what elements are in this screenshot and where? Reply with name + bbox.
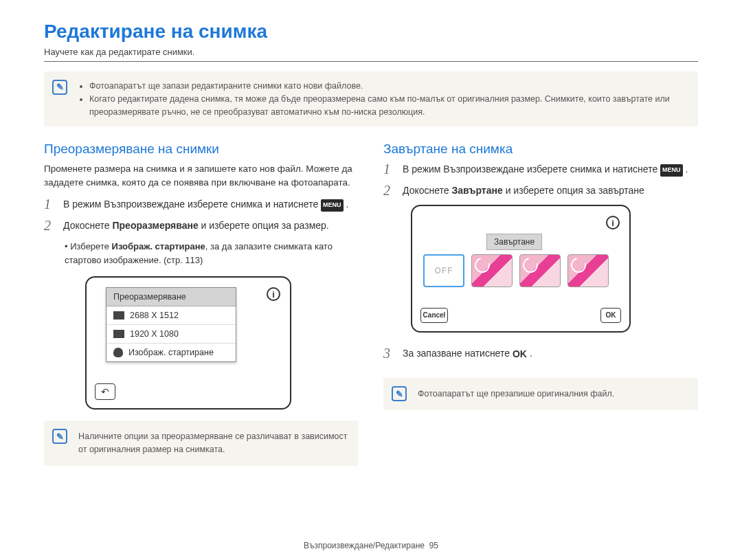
rotate-note-box: ✎ Фотоапаратът ще презапише оригиналния …	[383, 378, 698, 410]
resize-dropdown: Преоразмеряване 2688 X 1512 1920 X 1080 …	[106, 287, 236, 362]
resolution-icon	[113, 330, 124, 338]
rotate-step-1: 1 В режим Възпроизвеждане изберете снимк…	[383, 162, 698, 177]
rotate-step-2: 2 Докоснете Завъртане и изберете опция з…	[383, 183, 698, 198]
title-divider	[44, 61, 698, 62]
info-icon: ✎	[52, 429, 67, 444]
resize-intro: Променете размера на снимка и я запишете…	[44, 162, 359, 189]
step-text: Докоснете	[63, 220, 112, 231]
info-circle-icon[interactable]: i	[606, 216, 620, 229]
rotate-device-mock: i Завъртане OFF Cancel OK	[411, 205, 631, 333]
step-number: 1	[383, 162, 396, 177]
top-note-item: Когато редактирате дадена снимка, тя мож…	[89, 93, 687, 119]
step-text: .	[346, 199, 348, 210]
resize-note-text: Наличните опции за преоразмеряване се ра…	[78, 432, 347, 454]
rotate-heading: Завъртане на снимка	[383, 142, 698, 157]
step-text: и изберете опция за размер.	[201, 220, 329, 231]
rotate-thumb-row: OFF	[423, 254, 609, 287]
resize-device-mock: i Преоразмеряване 2688 X 1512 1920 X 108…	[85, 276, 291, 410]
resize-step-1: 1 В режим Възпроизвеждане изберете снимк…	[44, 197, 359, 212]
resolution-icon	[113, 311, 124, 320]
rotate-arrow-icon	[472, 255, 493, 276]
rotate-option-thumb[interactable]	[519, 254, 561, 287]
top-note-item: Фотоапаратът ще запази редактираните сни…	[89, 80, 687, 93]
rotate-step-3: 3 За запазване натиснете OK .	[383, 346, 698, 361]
dropdown-option[interactable]: Изображ. стартиране	[106, 344, 236, 361]
page-subtitle: Научете как да редактирате снимки.	[44, 47, 698, 57]
back-button[interactable]: ↶	[95, 383, 115, 400]
resize-substep: Изберете Изображ. стартиране, за да запа…	[65, 240, 359, 267]
step-text: .	[530, 348, 532, 359]
rotate-note-text: Фотоапаратът ще презапише оригиналния фа…	[418, 389, 614, 399]
info-icon: ✎	[52, 80, 67, 95]
rotate-option-thumb[interactable]	[471, 254, 513, 287]
resize-step-2: 2 Докоснете Преоразмеряване и изберете о…	[44, 219, 359, 233]
step-number: 1	[44, 197, 56, 212]
rotate-arrow-icon	[568, 255, 589, 276]
step-number: 2	[383, 183, 396, 198]
dropdown-option[interactable]: 1920 X 1080	[106, 325, 236, 344]
step-text: Докоснете	[403, 185, 451, 196]
ok-text-icon: OK	[513, 347, 527, 361]
rotate-arrow-icon	[520, 255, 541, 276]
step-text-bold: Завъртане	[451, 185, 502, 196]
ok-button[interactable]: OK	[600, 308, 621, 323]
page-title: Редактиране на снимка	[44, 21, 698, 43]
step-text: В режим Възпроизвеждане изберете снимка …	[63, 199, 321, 210]
info-icon: ✎	[392, 386, 407, 401]
step-text: .	[685, 164, 688, 175]
startup-image-icon	[113, 348, 123, 357]
step-number: 2	[44, 219, 56, 233]
step-text: и изберете опция за завъртане	[506, 185, 644, 196]
step-text: За запазване натиснете	[403, 348, 513, 359]
page-footer: Възпроизвеждане/Редактиране 95	[0, 541, 742, 550]
cancel-button[interactable]: Cancel	[420, 308, 448, 323]
step-number: 3	[383, 346, 396, 361]
dropdown-title: Преоразмеряване	[106, 288, 236, 306]
resize-heading: Преоразмеряване на снимки	[44, 142, 359, 157]
top-info-box: ✎ Фотоапаратът ще запази редактираните с…	[44, 71, 698, 126]
right-column: Завъртане на снимка 1 В режим Възпроизве…	[383, 142, 698, 466]
left-column: Преоразмеряване на снимки Променете разм…	[44, 142, 359, 466]
info-circle-icon[interactable]: i	[267, 287, 280, 301]
rotate-tooltip: Завъртане	[486, 234, 542, 250]
menu-icon: MENU	[321, 199, 344, 212]
step-text-bold: Преоразмеряване	[112, 220, 198, 231]
rotate-option-thumb[interactable]	[567, 254, 609, 287]
menu-icon: MENU	[660, 164, 683, 177]
step-text: В режим Възпроизвеждане изберете снимка …	[403, 164, 660, 175]
rotate-option-off[interactable]: OFF	[423, 254, 464, 287]
resize-note-box: ✎ Наличните опции за преоразмеряване се …	[44, 421, 359, 466]
dropdown-option[interactable]: 2688 X 1512	[106, 306, 236, 325]
